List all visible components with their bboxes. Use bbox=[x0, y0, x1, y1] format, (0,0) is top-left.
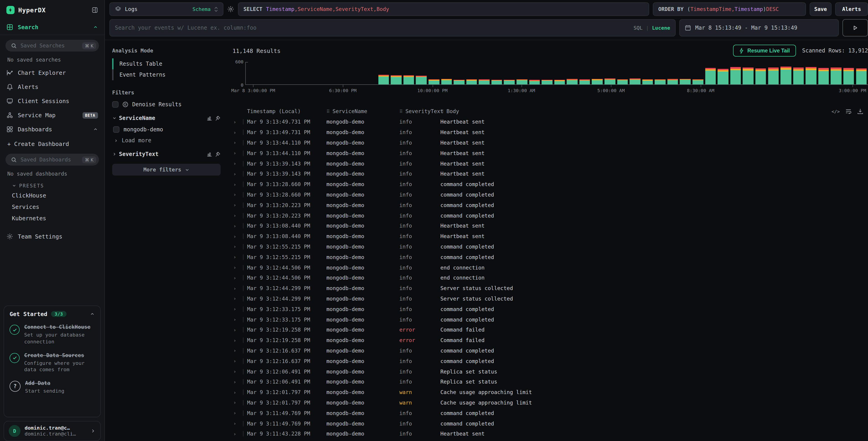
alerts-button[interactable]: Alerts bbox=[835, 2, 868, 16]
col-header-servicename[interactable]: ⠿ServiceName bbox=[327, 108, 399, 115]
expand-row-chevron[interactable]: › bbox=[232, 306, 243, 312]
save-button[interactable]: Save bbox=[810, 2, 832, 16]
table-row[interactable]: ›Mar 9 3:12:16.637 PMmongodb-demoinfocom… bbox=[232, 356, 868, 366]
pin-icon[interactable] bbox=[215, 151, 221, 157]
table-row[interactable]: ›Mar 9 3:13:49.731 PMmongodb-demoinfoHea… bbox=[232, 117, 868, 127]
preset-kubernetes[interactable]: Kubernetes bbox=[0, 212, 104, 224]
expand-row-chevron[interactable]: › bbox=[232, 389, 243, 395]
table-row[interactable]: ›Mar 9 3:11:43.228 PMmongodb-demoinfoHea… bbox=[232, 429, 868, 439]
histogram-bar[interactable] bbox=[441, 79, 452, 84]
table-row[interactable]: ›Mar 9 3:13:44.110 PMmongodb-demoinfoHea… bbox=[232, 138, 868, 148]
histogram-bar[interactable] bbox=[793, 67, 804, 84]
histogram-bar[interactable] bbox=[818, 68, 829, 84]
expand-row-chevron[interactable]: › bbox=[232, 296, 243, 301]
sidebar-item-team-settings[interactable]: Team Settings bbox=[0, 229, 104, 243]
expand-row-chevron[interactable]: › bbox=[232, 223, 243, 229]
expand-row-chevron[interactable]: › bbox=[232, 348, 243, 353]
expand-row-chevron[interactable]: › bbox=[232, 171, 243, 177]
filter-value-checkbox[interactable] bbox=[113, 126, 119, 133]
histogram-bar[interactable] bbox=[554, 80, 565, 84]
text-wrap-icon[interactable] bbox=[845, 108, 851, 115]
table-row[interactable]: ›Mar 9 3:13:08.440 PMmongodb-demoinfoHea… bbox=[232, 231, 868, 242]
download-icon[interactable] bbox=[857, 108, 863, 115]
table-row[interactable]: ›Mar 9 3:12:55.215 PMmongodb-demoinfocom… bbox=[232, 252, 868, 262]
col-header-timestamp[interactable]: Timestamp (Local) bbox=[243, 108, 327, 115]
saved-dashboards-input[interactable]: Saved Dashboards ⌘ K bbox=[5, 154, 99, 166]
expand-row-chevron[interactable]: › bbox=[232, 337, 243, 343]
histogram-bar[interactable] bbox=[718, 69, 728, 84]
histogram-bar[interactable] bbox=[831, 68, 842, 84]
histogram-bar[interactable] bbox=[378, 75, 389, 84]
histogram-bar[interactable] bbox=[755, 68, 766, 84]
load-more-button[interactable]: Load more bbox=[114, 137, 221, 144]
create-dashboard-button[interactable]: + Create Dashboard bbox=[0, 136, 104, 149]
histogram-bar[interactable] bbox=[479, 80, 490, 84]
histogram-bar[interactable] bbox=[517, 79, 527, 84]
saved-searches-input[interactable]: Saved Searches ⌘ K bbox=[5, 40, 99, 52]
mode-results-table[interactable]: Results Table bbox=[112, 58, 221, 69]
histogram-bar[interactable] bbox=[529, 80, 540, 84]
filter-value-label[interactable]: mongodb-demo bbox=[124, 126, 163, 133]
pin-icon[interactable] bbox=[215, 115, 221, 121]
denoise-checkbox[interactable] bbox=[112, 101, 119, 108]
user-profile-card[interactable]: D dominic.tran@c… dominic.tran@cli… bbox=[4, 421, 101, 441]
col-header-severitytext[interactable]: ⠿SeverityText bbox=[399, 108, 440, 115]
presets-header[interactable]: PRESETS bbox=[0, 180, 104, 190]
expand-row-chevron[interactable]: › bbox=[232, 213, 243, 218]
expand-row-chevron[interactable]: › bbox=[232, 255, 243, 260]
table-row[interactable]: ›Mar 9 3:12:01.797 PMmongodb-demowarnCac… bbox=[232, 387, 868, 398]
lang-lucene-toggle[interactable]: Lucene bbox=[652, 25, 671, 31]
expand-row-chevron[interactable]: › bbox=[232, 192, 243, 198]
lang-sql-toggle[interactable]: SQL bbox=[634, 25, 643, 31]
drag-handle-icon[interactable]: ⠿ bbox=[327, 109, 330, 114]
table-row[interactable]: ›Mar 9 3:13:49.731 PMmongodb-demoinfoHea… bbox=[232, 127, 868, 138]
table-row[interactable]: ›Mar 9 3:12:33.175 PMmongodb-demoinfocom… bbox=[232, 304, 868, 315]
expand-row-chevron[interactable]: › bbox=[232, 161, 243, 166]
expand-row-chevron[interactable]: › bbox=[232, 327, 243, 333]
expand-row-chevron[interactable]: › bbox=[232, 234, 243, 239]
expand-row-chevron[interactable]: › bbox=[232, 400, 243, 405]
table-row[interactable]: ›Mar 9 3:12:06.491 PMmongodb-demoinfoRep… bbox=[232, 366, 868, 377]
histogram-bar[interactable] bbox=[768, 68, 779, 85]
histogram-bar[interactable] bbox=[743, 67, 753, 84]
get-started-item[interactable]: ? Add Data Start sending bbox=[9, 380, 95, 395]
chart-facet-icon[interactable] bbox=[207, 115, 212, 121]
filter-group-severitytext[interactable]: SeverityText bbox=[112, 151, 221, 157]
resume-live-tail-button[interactable]: Resume Live Tail bbox=[733, 45, 796, 57]
run-query-button[interactable] bbox=[842, 19, 868, 36]
expand-row-chevron[interactable]: › bbox=[232, 286, 243, 291]
histogram-bar[interactable] bbox=[780, 66, 791, 84]
order-by-input[interactable]: ORDER BY (TimestampTime, Timestamp) DESC bbox=[653, 2, 806, 16]
histogram-bar[interactable] bbox=[416, 76, 427, 84]
table-row[interactable]: ›Mar 9 3:13:44.110 PMmongodb-demoinfoHea… bbox=[232, 148, 868, 158]
table-row[interactable]: ›Mar 9 3:12:01.797 PMmongodb-demowarnCac… bbox=[232, 398, 868, 408]
query-settings-gear-icon[interactable] bbox=[227, 5, 234, 13]
histogram-bar[interactable] bbox=[705, 68, 716, 84]
expand-row-chevron[interactable]: › bbox=[232, 265, 243, 270]
table-row[interactable]: ›Mar 9 3:11:49.769 PMmongodb-demoinfocom… bbox=[232, 408, 868, 418]
preset-clickhouse[interactable]: ClickHouse bbox=[0, 190, 104, 201]
sidebar-item-alerts[interactable]: Alerts bbox=[0, 80, 104, 94]
expand-row-chevron[interactable]: › bbox=[232, 410, 243, 416]
preset-services[interactable]: Services bbox=[0, 201, 104, 212]
table-row[interactable]: ›Mar 9 3:12:44.506 PMmongodb-demoinfoend… bbox=[232, 262, 868, 273]
histogram-bar[interactable] bbox=[491, 80, 502, 84]
table-row[interactable]: ›Mar 9 3:13:20.223 PMmongodb-demoinfocom… bbox=[232, 210, 868, 221]
expand-row-chevron[interactable]: › bbox=[232, 244, 243, 249]
col-header-body[interactable]: ⠿Body bbox=[440, 108, 833, 115]
sidebar-item-chart-explorer[interactable]: Chart Explorer bbox=[0, 66, 104, 80]
select-query-input[interactable]: SELECT Timestamp,ServiceName,SeverityTex… bbox=[238, 2, 649, 16]
histogram-bar[interactable] bbox=[668, 79, 678, 84]
table-row[interactable]: ›Mar 9 3:13:28.660 PMmongodb-demoinfocom… bbox=[232, 189, 868, 200]
histogram-bar[interactable] bbox=[541, 80, 552, 84]
table-row[interactable]: ›Mar 9 3:13:08.440 PMmongodb-demoinfoHea… bbox=[232, 221, 868, 231]
drag-handle-icon[interactable]: ⠿ bbox=[440, 109, 444, 114]
chart-facet-icon[interactable] bbox=[207, 151, 212, 157]
expand-row-chevron[interactable]: › bbox=[232, 431, 243, 437]
sidebar-item-search[interactable]: Search bbox=[0, 20, 104, 35]
source-select[interactable]: Logs Schema bbox=[110, 2, 223, 16]
date-range-picker[interactable]: Mar 8 15:13:49 - Mar 9 15:13:49 bbox=[679, 19, 839, 36]
histogram-bar[interactable] bbox=[617, 79, 628, 84]
table-row[interactable]: ›Mar 9 3:13:20.223 PMmongodb-demoinfocom… bbox=[232, 200, 868, 210]
expand-row-chevron[interactable]: › bbox=[232, 275, 243, 281]
